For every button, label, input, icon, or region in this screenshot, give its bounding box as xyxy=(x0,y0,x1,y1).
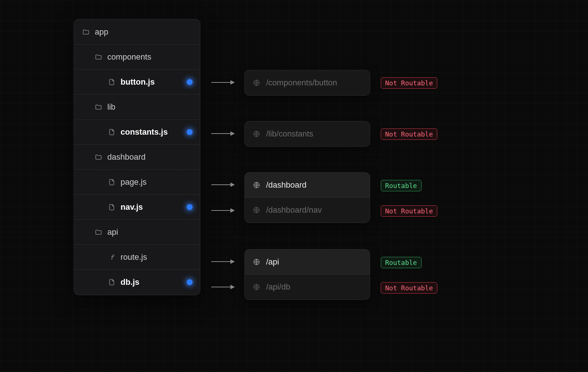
url-row: /dashboard xyxy=(245,173,370,198)
globe-icon xyxy=(253,258,260,266)
tree-row-dashboard[interactable]: dashboard xyxy=(74,145,200,170)
arrow-icon xyxy=(211,133,234,134)
file-icon xyxy=(108,78,115,86)
file-icon xyxy=(108,203,115,211)
tree-label: db.js xyxy=(121,277,182,287)
tree-label: constants.js xyxy=(121,127,182,137)
file-tree-panel: app components button.js lib xyxy=(74,19,200,295)
url-path: /api xyxy=(266,257,279,267)
url-path: /components/button xyxy=(266,78,337,88)
tree-label: api xyxy=(107,227,193,237)
url-row: /lib/constants xyxy=(245,121,370,146)
tree-label: page.js xyxy=(121,177,193,187)
badge-routable: Routable xyxy=(381,257,422,268)
globe-icon xyxy=(253,181,260,189)
url-card: /components/button xyxy=(244,70,370,96)
globe-icon xyxy=(253,283,260,291)
url-row: /api/db xyxy=(245,274,370,300)
arrow-icon xyxy=(211,210,234,211)
folder-icon xyxy=(82,28,90,36)
url-path: /dashboard xyxy=(266,180,306,190)
tree-label: nav.js xyxy=(121,202,182,212)
tree-row-button-js[interactable]: button.js xyxy=(74,70,200,95)
url-path: /lib/constants xyxy=(266,129,313,139)
arrow-icon xyxy=(211,184,234,185)
url-card: /dashboard /dashboard/nav xyxy=(244,172,370,223)
colocation-dot-icon xyxy=(187,279,193,285)
tree-label: app xyxy=(95,27,193,37)
url-card: /lib/constants xyxy=(244,121,370,147)
tree-row-components[interactable]: components xyxy=(74,45,200,70)
url-row: /dashboard/nav xyxy=(245,198,370,223)
url-path: /dashboard/nav xyxy=(266,205,322,215)
tree-label: button.js xyxy=(121,77,182,87)
tree-label: lib xyxy=(107,102,193,112)
tree-row-db-js[interactable]: db.js xyxy=(74,270,200,295)
tree-row-api[interactable]: api xyxy=(74,220,200,245)
colocation-dot-icon xyxy=(187,204,193,210)
function-icon: f xyxy=(108,254,115,261)
globe-icon xyxy=(253,206,260,214)
tree-row-lib[interactable]: lib xyxy=(74,95,200,120)
globe-icon xyxy=(253,79,260,86)
badge-not-routable: Not Routable xyxy=(381,128,437,140)
tree-row-constants-js[interactable]: constants.js xyxy=(74,120,200,145)
colocation-dot-icon xyxy=(187,79,193,85)
tree-row-app[interactable]: app xyxy=(74,20,200,45)
folder-icon xyxy=(95,153,102,161)
badge-not-routable: Not Routable xyxy=(381,282,437,294)
tree-row-nav-js[interactable]: nav.js xyxy=(74,195,200,220)
colocation-dot-icon xyxy=(187,129,193,135)
file-icon xyxy=(108,178,115,186)
tree-label: dashboard xyxy=(107,152,193,162)
file-icon xyxy=(108,128,115,136)
url-row: /api xyxy=(245,249,370,274)
url-card: /api /api/db xyxy=(244,249,370,300)
tree-label: route.js xyxy=(121,252,193,262)
folder-icon xyxy=(95,103,102,111)
arrow-icon xyxy=(211,82,234,83)
folder-icon xyxy=(95,53,102,61)
tree-row-route-js[interactable]: f route.js xyxy=(74,245,200,270)
folder-icon xyxy=(95,228,102,236)
arrow-icon xyxy=(211,261,234,262)
tree-label: components xyxy=(107,52,193,62)
url-path: /api/db xyxy=(266,282,290,292)
arrow-icon xyxy=(211,287,234,287)
file-icon xyxy=(108,279,115,286)
tree-row-page-js[interactable]: page.js xyxy=(74,170,200,195)
globe-icon xyxy=(253,130,260,138)
badge-not-routable: Not Routable xyxy=(381,77,437,89)
badge-not-routable: Not Routable xyxy=(381,205,437,217)
url-row: /components/button xyxy=(245,70,370,95)
badge-routable: Routable xyxy=(381,180,422,191)
